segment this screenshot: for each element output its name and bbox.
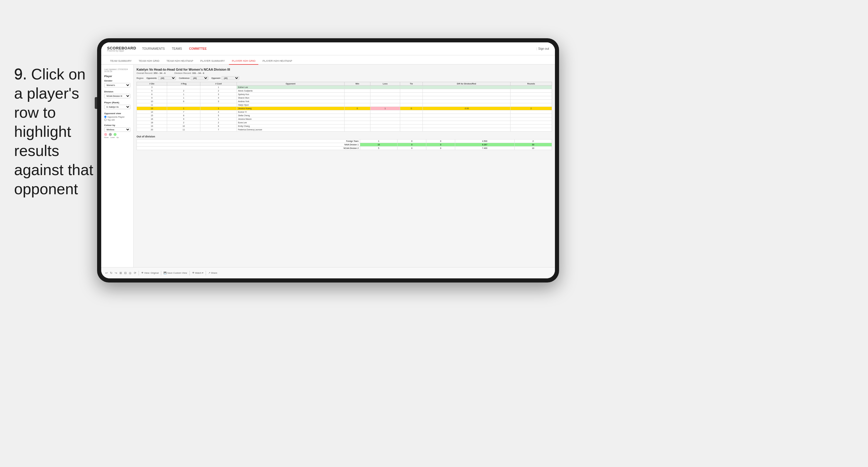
tab-team-h2h-grid[interactable]: TEAM H2H GRID: [136, 58, 162, 65]
th-diff: Diff Av Strokes/Rnd: [423, 82, 510, 86]
table-row[interactable]: 20 11 7 Federica Domecq Lacroze: [137, 128, 552, 131]
player-section-title: Player: [104, 75, 130, 78]
table-row[interactable]: 15 8 5 Stella Cheng: [137, 114, 552, 117]
bottom-toolbar: ↩ ↻ ↪ ⊞ ⊟ ◎ ⟳ 👁 View: Original 💾 Save Cu…: [101, 267, 555, 278]
player-rank-section: Player (Rank) 8. Katelyn Vo: [104, 101, 130, 109]
toolbar-divider-2: [161, 271, 161, 275]
minus-icon[interactable]: ⊟: [124, 271, 126, 275]
tablet-frame: SCOREBOARD Powered by clippd TOURNAMENTS…: [97, 38, 559, 282]
tab-team-h2h-heatmap[interactable]: TEAM H2H HEATMAP: [164, 58, 196, 65]
opponent-label: Opponent: [211, 77, 220, 79]
side-button: [95, 97, 97, 109]
table-row[interactable]: 3 1 Esther Lee: [137, 86, 552, 89]
table-row[interactable]: 18 2 2 Euna Lee: [137, 121, 552, 124]
gender-select[interactable]: Women's: [104, 83, 130, 87]
division-record: Division Record: 331 - 34 - 6: [175, 72, 204, 74]
nav-committee[interactable]: COMMITTEE: [189, 47, 207, 50]
sub-nav: TEAM SUMMARY TEAM H2H GRID TEAM H2H HEAT…: [101, 55, 555, 65]
nav-links: TOURNAMENTS TEAMS COMMITTEE: [142, 47, 207, 50]
table-row[interactable]: Foreign Team 1 0 0 4.500 2: [137, 139, 552, 143]
th-conf: # Conf: [200, 82, 237, 86]
region-filter: Region: [136, 77, 144, 79]
main-grid-table: # Div # Reg # Conf Opponent Win Loss Tie…: [136, 82, 552, 131]
table-row[interactable]: 16 9 1 Jessica Mason: [137, 117, 552, 121]
conference-select[interactable]: (All): [191, 76, 208, 80]
colour-dot-down: [104, 133, 107, 136]
opponent-option-played[interactable]: Opponents Played: [104, 116, 130, 118]
table-row[interactable]: 6 1 3 Sydney Kuo: [137, 93, 552, 96]
gender-section: Gender Women's: [104, 80, 130, 87]
watch-btn[interactable]: 👁 Watch ▾: [192, 272, 203, 274]
main-content: Last Updated: 27/03/2024 16:55:28 Player…: [101, 65, 555, 267]
opponent-view-section: Opponent view Opponents Played Top 100: [104, 112, 130, 121]
filter-row: Region Opponents: (All) Conference (All): [136, 76, 552, 80]
redo-icon[interactable]: ↻: [110, 271, 113, 275]
conference-label: Conference: [179, 77, 189, 79]
colour-section: Colour by Win/loss Down Level Up: [104, 124, 130, 138]
top-nav: SCOREBOARD Powered by clippd TOURNAMENTS…: [101, 42, 555, 55]
colour-by-select[interactable]: Win/loss: [104, 127, 130, 132]
region-select[interactable]: (All): [158, 76, 176, 80]
tab-player-summary[interactable]: PLAYER SUMMARY: [197, 58, 228, 65]
division-label: Division: [104, 90, 130, 93]
tab-player-h2h-heatmap[interactable]: PLAYER H2H HEATMAP: [259, 58, 295, 65]
toolbar-divider-4: [206, 271, 206, 275]
colour-dot-level: [109, 133, 112, 136]
player-rank-select[interactable]: 8. Katelyn Vo: [104, 105, 130, 109]
th-reg: # Reg: [167, 82, 200, 86]
opponent-view-title: Opponent view: [104, 112, 130, 115]
gender-label: Gender: [104, 80, 130, 82]
overall-record: Overall Record: 353 - 34 - 6: [136, 72, 166, 74]
opponent-select[interactable]: (All): [222, 76, 239, 80]
last-updated: Last Updated: 27/03/2024 16:55:28: [104, 68, 130, 72]
undo-icon[interactable]: ↩: [105, 271, 108, 275]
table-row[interactable]: 9 1 4 Sharon Mun: [137, 96, 552, 100]
table-row[interactable]: 14 7 4 Eunice Yi: [137, 111, 552, 114]
colour-label-up: Up: [117, 136, 119, 138]
grid-records: Overall Record: 353 - 34 - 6 Division Re…: [136, 72, 552, 74]
grid-title: Katelyn Vo Head-to-Head Grid for Women's…: [136, 68, 552, 71]
step-text: Click on a player's row to highlight res…: [14, 66, 93, 197]
table-row-highlighted[interactable]: 13 1 1 Jessica Huang 0 1 0 -3.00 2: [137, 107, 552, 111]
table-row[interactable]: 5 2 2 Alexis Sudjianto: [137, 89, 552, 93]
toolbar-divider-3: [189, 271, 190, 275]
opponents-label: Opponents:: [147, 77, 157, 79]
target-icon[interactable]: ◎: [129, 271, 131, 275]
table-row[interactable]: 19 10 6 Emily Chang: [137, 124, 552, 128]
out-of-division-title: Out of division: [136, 135, 552, 138]
th-tie: Tie: [400, 82, 423, 86]
grid-header: Katelyn Vo Head-to-Head Grid for Women's…: [136, 68, 552, 74]
table-row[interactable]: NCAA Division 2 5 0 0 7.400 10: [137, 147, 552, 150]
forward-icon[interactable]: ↪: [115, 271, 117, 275]
th-div: # Div: [137, 82, 167, 86]
th-loss: Loss: [370, 82, 400, 86]
toolbar-divider: [138, 271, 139, 275]
right-content: Katelyn Vo Head-to-Head Grid for Women's…: [133, 65, 555, 267]
logo-area: SCOREBOARD Powered by clippd TOURNAMENTS…: [107, 46, 207, 52]
step-number: 9.: [14, 66, 27, 83]
tablet-screen: SCOREBOARD Powered by clippd TOURNAMENTS…: [101, 42, 555, 278]
region-label: Region: [136, 77, 144, 79]
th-win: Win: [345, 82, 370, 86]
opponent-option-top100[interactable]: Top 100: [104, 119, 130, 121]
colour-by-label: Colour by: [104, 124, 130, 127]
division-section: Division NCAA Division III: [104, 90, 130, 98]
out-of-division-table: Foreign Team 1 0 0 4.500 2 NAIA Division…: [136, 139, 552, 150]
share-btn[interactable]: ↗ Share: [208, 272, 217, 274]
sign-out-link[interactable]: Sign out: [538, 47, 549, 50]
colour-label-level: Level: [110, 136, 115, 138]
nav-tournaments[interactable]: TOURNAMENTS: [142, 47, 165, 50]
table-row[interactable]: NAIA Division 1 15 0 0 9.267 30: [137, 143, 552, 147]
view-original-btn[interactable]: 👁 View: Original: [141, 272, 159, 274]
th-rounds: Rounds: [510, 82, 552, 86]
nav-teams[interactable]: TEAMS: [172, 47, 182, 50]
tab-team-summary[interactable]: TEAM SUMMARY: [107, 58, 134, 65]
refresh-icon[interactable]: ⟳: [134, 271, 136, 275]
table-row[interactable]: 10 6 3 Andrea York: [137, 100, 552, 103]
add-icon[interactable]: ⊞: [120, 271, 122, 275]
division-select[interactable]: NCAA Division III: [104, 94, 130, 98]
save-custom-btn[interactable]: 💾 Save Custom View: [164, 272, 187, 274]
tab-player-h2h-grid[interactable]: PLAYER H2H GRID: [229, 58, 258, 65]
table-row[interactable]: 11 Haejo Hyun: [137, 103, 552, 107]
instruction-block: 9. Click on a player's row to highlight …: [14, 65, 96, 199]
